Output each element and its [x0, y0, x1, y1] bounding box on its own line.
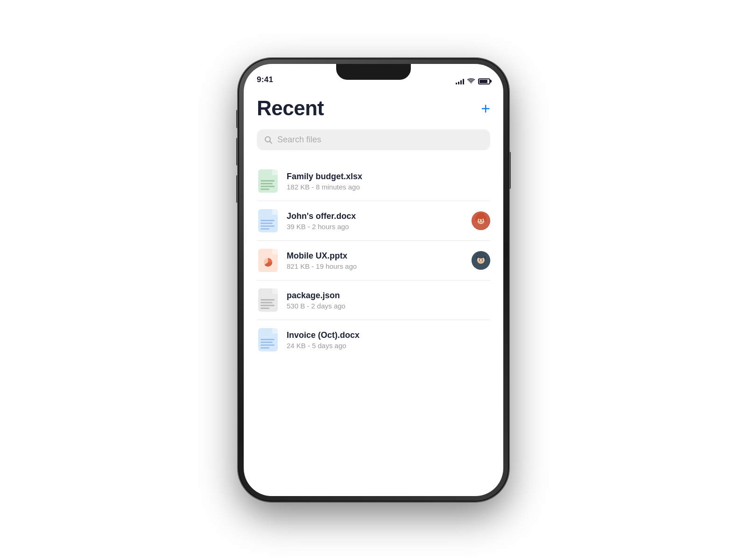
- file-lines: [261, 339, 275, 349]
- file-line: [261, 347, 269, 349]
- file-lines: [261, 299, 275, 309]
- file-meta: 530 B - 2 days ago: [287, 302, 490, 310]
- file-line: [261, 186, 275, 187]
- file-line: [261, 228, 269, 230]
- avatar-image: [472, 211, 490, 230]
- svg-point-14: [477, 252, 485, 259]
- header: Recent +: [257, 97, 490, 120]
- file-meta: 821 KB - 19 hours ago: [287, 262, 464, 270]
- page-title: Recent: [257, 97, 324, 120]
- svg-point-16: [482, 259, 483, 260]
- signal-icon: [456, 78, 464, 84]
- signal-bar-2: [458, 82, 459, 84]
- power-button: [509, 152, 511, 189]
- file-icon-wrap: [257, 168, 279, 194]
- file-info: package.json 530 B - 2 days ago: [287, 291, 490, 310]
- status-time: 9:41: [257, 75, 273, 84]
- svg-point-6: [475, 216, 478, 222]
- file-icon-wrap: [257, 208, 279, 234]
- file-info: John's offer.docx 39 KB - 2 hours ago: [287, 211, 464, 231]
- file-icon-wrap: [257, 327, 279, 353]
- svg-point-7: [484, 216, 486, 222]
- file-lines: [261, 180, 275, 190]
- file-meta: 39 KB - 2 hours ago: [287, 223, 464, 231]
- search-placeholder: Search files: [277, 135, 321, 145]
- phone-screen: 9:41: [244, 64, 503, 496]
- volume-down-button: [236, 175, 238, 203]
- search-icon: [264, 136, 273, 144]
- file-name: John's offer.docx: [287, 211, 464, 221]
- file-meta: 24 KB - 5 days ago: [287, 342, 490, 350]
- file-line: [261, 339, 275, 340]
- volume-up-button: [236, 138, 238, 166]
- file-line: [261, 302, 273, 303]
- avatar: [472, 251, 490, 270]
- search-bar[interactable]: Search files: [257, 129, 490, 150]
- file-line: [261, 180, 275, 182]
- signal-bar-3: [460, 80, 462, 84]
- file-line: [261, 183, 273, 184]
- list-item[interactable]: package.json 530 B - 2 days ago: [257, 280, 490, 320]
- file-line: [261, 225, 275, 227]
- file-info: Family budget.xlsx 182 KB - 8 minutes ag…: [287, 172, 490, 191]
- notch: [336, 64, 411, 80]
- signal-bar-4: [463, 79, 464, 84]
- file-line: [261, 189, 269, 190]
- svg-point-9: [482, 220, 483, 221]
- file-line: [261, 342, 273, 343]
- wifi-icon: [467, 78, 475, 84]
- battery-icon: [478, 78, 490, 84]
- pie-chart-icon: [263, 257, 273, 267]
- file-info: Invoice (Oct).docx 24 KB - 5 days ago: [287, 330, 490, 350]
- file-lines: [261, 220, 275, 230]
- svg-point-8: [479, 220, 480, 221]
- signal-bar-1: [456, 83, 457, 84]
- status-icons: [456, 78, 490, 84]
- svg-point-15: [479, 259, 480, 260]
- file-line: [261, 305, 275, 306]
- file-name: Mobile UX.pptx: [287, 251, 464, 261]
- file-icon-wrap: [257, 247, 279, 273]
- list-item[interactable]: Family budget.xlsx 182 KB - 8 minutes ag…: [257, 161, 490, 201]
- file-icon-docx: [258, 209, 278, 232]
- file-line: [261, 308, 269, 309]
- list-item[interactable]: Mobile UX.pptx 821 KB - 19 hours ago: [257, 241, 490, 280]
- file-name: package.json: [287, 291, 490, 301]
- file-icon-wrap: [257, 287, 279, 313]
- file-line: [261, 344, 275, 346]
- file-line: [261, 223, 273, 224]
- file-meta: 182 KB - 8 minutes ago: [287, 183, 490, 191]
- file-list: Family budget.xlsx 182 KB - 8 minutes ag…: [257, 161, 490, 359]
- list-item[interactable]: Invoice (Oct).docx 24 KB - 5 days ago: [257, 320, 490, 359]
- file-icon-xlsx: [258, 169, 278, 193]
- list-item[interactable]: John's offer.docx 39 KB - 2 hours ago: [257, 201, 490, 241]
- file-name: Invoice (Oct).docx: [287, 330, 490, 340]
- file-icon-pptx: [258, 249, 278, 272]
- add-button[interactable]: +: [481, 100, 490, 116]
- file-name: Family budget.xlsx: [287, 172, 490, 182]
- battery-fill: [479, 80, 487, 83]
- file-info: Mobile UX.pptx 821 KB - 19 hours ago: [287, 251, 464, 270]
- file-icon-json: [258, 288, 278, 312]
- file-line: [261, 220, 275, 221]
- avatar: [472, 211, 490, 230]
- svg-line-1: [270, 141, 272, 143]
- file-icon-docx2: [258, 328, 278, 351]
- content-area: Recent + Search files: [244, 87, 503, 496]
- phone-device: 9:41: [238, 58, 509, 502]
- silent-button: [236, 110, 238, 128]
- file-line: [261, 299, 275, 301]
- avatar-image: [472, 251, 490, 270]
